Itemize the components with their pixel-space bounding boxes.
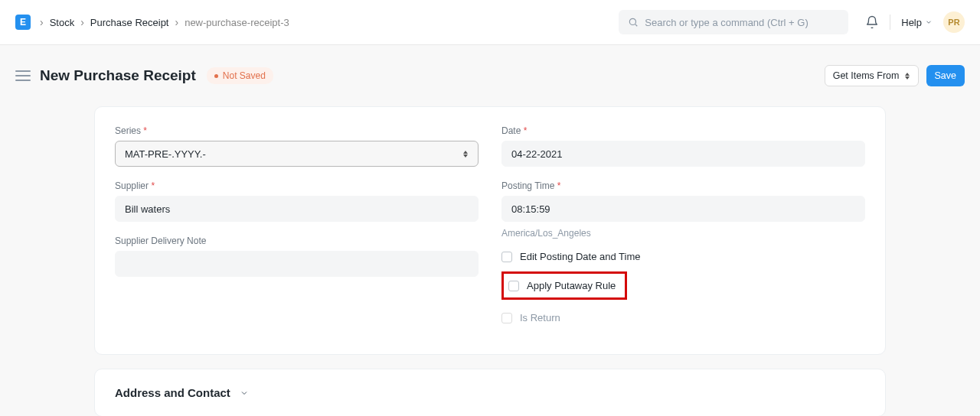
series-select[interactable]: MAT-PRE-.YYYY.- bbox=[115, 141, 479, 167]
edit-posting-checkbox-row[interactable]: Edit Posting Date and Time bbox=[501, 251, 865, 262]
select-icon bbox=[904, 73, 910, 80]
chevron-right-icon: › bbox=[80, 16, 84, 28]
checkbox-icon bbox=[501, 252, 512, 262]
avatar[interactable]: PR bbox=[943, 11, 965, 33]
status-badge: Not Saved bbox=[207, 67, 273, 84]
get-items-from-button[interactable]: Get Items From bbox=[825, 65, 919, 86]
section-title: Address and Contact bbox=[115, 386, 230, 399]
main-form-card: Series * MAT-PRE-.YYYY.- Supplier * Bill… bbox=[94, 106, 886, 355]
form-area: Series * MAT-PRE-.YYYY.- Supplier * Bill… bbox=[0, 106, 980, 416]
address-contact-section[interactable]: Address and Contact bbox=[94, 369, 886, 416]
checkbox-icon bbox=[508, 281, 519, 291]
status-dot-icon bbox=[214, 74, 218, 78]
chevron-right-icon: › bbox=[40, 16, 44, 28]
field-supplier-delivery-note: Supplier Delivery Note bbox=[115, 236, 479, 277]
chevron-down-icon bbox=[240, 388, 249, 398]
is-return-label: Is Return bbox=[520, 312, 560, 323]
page-header: New Purchase Receipt Not Saved Get Items… bbox=[0, 45, 980, 106]
help-label: Help bbox=[901, 17, 922, 28]
posting-time-label: Posting Time * bbox=[501, 180, 865, 191]
apply-putaway-label: Apply Putaway Rule bbox=[527, 280, 616, 291]
series-value: MAT-PRE-.YYYY.- bbox=[125, 148, 206, 160]
chevron-down-icon bbox=[925, 18, 933, 26]
topbar: E › Stock › Purchase Receipt › new-purch… bbox=[0, 0, 980, 45]
field-date: Date * 04-22-2021 bbox=[501, 125, 865, 167]
posting-time-value: 08:15:59 bbox=[511, 203, 550, 215]
save-label: Save bbox=[935, 70, 957, 81]
supplier-input[interactable]: Bill waters bbox=[115, 196, 479, 222]
field-supplier: Supplier * Bill waters bbox=[115, 180, 479, 222]
series-label: Series * bbox=[115, 125, 479, 136]
posting-time-input[interactable]: 08:15:59 bbox=[501, 196, 865, 222]
field-posting-time: Posting Time * 08:15:59 America/Los_Ange… bbox=[501, 180, 865, 239]
breadcrumb-current: new-purchase-receipt-3 bbox=[185, 17, 289, 28]
timezone-hint: America/Los_Angeles bbox=[501, 228, 865, 239]
apply-putaway-highlight: Apply Putaway Rule bbox=[501, 271, 627, 300]
edit-posting-label: Edit Posting Date and Time bbox=[520, 251, 641, 262]
checkbox-icon bbox=[501, 313, 512, 323]
breadcrumb-stock[interactable]: Stock bbox=[50, 17, 75, 28]
breadcrumb: › Stock › Purchase Receipt › new-purchas… bbox=[40, 16, 289, 28]
save-button[interactable]: Save bbox=[926, 65, 965, 86]
bell-icon bbox=[865, 15, 879, 29]
notifications-button[interactable] bbox=[865, 15, 879, 29]
search-icon bbox=[628, 17, 639, 28]
help-menu[interactable]: Help bbox=[901, 17, 933, 28]
date-value: 04-22-2021 bbox=[511, 148, 563, 160]
breadcrumb-purchase-receipt[interactable]: Purchase Receipt bbox=[90, 17, 169, 28]
select-icon bbox=[462, 151, 469, 158]
svg-point-0 bbox=[630, 18, 636, 24]
date-label: Date * bbox=[501, 125, 865, 136]
search-placeholder: Search or type a command (Ctrl + G) bbox=[645, 17, 808, 28]
svg-line-1 bbox=[635, 24, 638, 27]
page-title: New Purchase Receipt bbox=[40, 67, 196, 84]
status-text: Not Saved bbox=[223, 70, 266, 81]
supplier-note-input[interactable] bbox=[115, 251, 479, 277]
form-right-column: Date * 04-22-2021 Posting Time * 08:15:5… bbox=[501, 125, 865, 323]
supplier-note-label: Supplier Delivery Note bbox=[115, 236, 479, 246]
chevron-right-icon: › bbox=[175, 16, 178, 28]
apply-putaway-checkbox-row[interactable]: Apply Putaway Rule bbox=[508, 280, 616, 291]
search-input[interactable]: Search or type a command (Ctrl + G) bbox=[619, 10, 848, 34]
get-items-label: Get Items From bbox=[833, 70, 900, 81]
app-logo[interactable]: E bbox=[15, 15, 31, 30]
divider bbox=[890, 15, 890, 30]
sidebar-toggle[interactable] bbox=[15, 68, 31, 83]
field-series: Series * MAT-PRE-.YYYY.- bbox=[115, 125, 479, 167]
is-return-checkbox-row: Is Return bbox=[501, 312, 865, 323]
supplier-label: Supplier * bbox=[115, 180, 479, 191]
date-input[interactable]: 04-22-2021 bbox=[501, 141, 865, 167]
avatar-initials: PR bbox=[948, 18, 959, 27]
form-left-column: Series * MAT-PRE-.YYYY.- Supplier * Bill… bbox=[115, 125, 479, 323]
supplier-value: Bill waters bbox=[125, 203, 170, 215]
